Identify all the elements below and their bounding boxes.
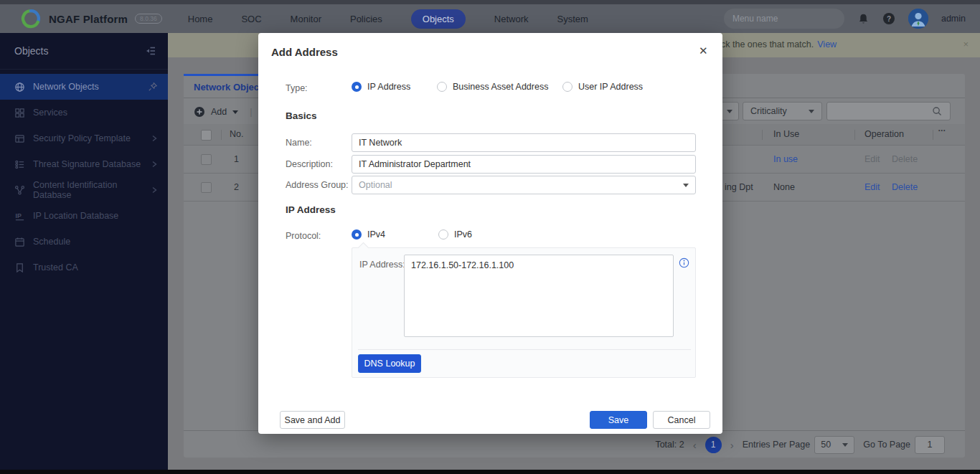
ip-icon: IP xyxy=(14,211,25,222)
sidebar-item-trusted-ca[interactable]: Trusted CA xyxy=(0,255,168,280)
name-input[interactable] xyxy=(352,133,696,152)
info-icon[interactable] xyxy=(679,257,689,268)
ip-address-textarea[interactable]: 172.16.1.50-172.16.1.100 xyxy=(404,255,674,337)
radio-user-ip-address[interactable]: User IP Address xyxy=(562,82,643,92)
top-nav: Home SOC Monitor Policies Objects Networ… xyxy=(188,9,588,29)
add-caret-icon[interactable] xyxy=(232,110,238,114)
add-address-modal: Add Address ✕ Type: IP Address Business … xyxy=(258,33,722,434)
sidebar-item-network-objects[interactable]: Network Objects xyxy=(0,74,168,100)
next-page-icon[interactable]: › xyxy=(730,439,734,451)
close-icon[interactable]: ✕ xyxy=(699,44,708,57)
delete-link[interactable]: Delete xyxy=(892,154,918,164)
sidebar-item-threat-signature-database[interactable]: Threat Signature Database xyxy=(0,151,168,177)
prev-page-icon[interactable]: ‹ xyxy=(693,439,697,451)
sidebar-item-services[interactable]: Services xyxy=(0,100,168,125)
menu-search-input[interactable] xyxy=(731,13,845,24)
radio-icon[interactable] xyxy=(437,82,447,92)
notice-view-link[interactable]: View xyxy=(817,39,837,49)
description-input[interactable] xyxy=(352,155,696,174)
username[interactable]: admin xyxy=(941,14,966,24)
certificate-icon xyxy=(14,262,25,273)
menu-search[interactable] xyxy=(724,9,844,29)
sidebar-item-security-policy-template[interactable]: Security Policy Template xyxy=(0,125,168,151)
cell-no: 1 xyxy=(234,154,239,164)
select-all-checkbox[interactable] xyxy=(201,130,212,141)
notice-close-icon[interactable]: × xyxy=(963,39,969,49)
save-and-add-button[interactable]: Save and Add xyxy=(280,411,345,429)
brand: NGAF Platform 8.0.36 xyxy=(20,8,162,29)
sidebar-item-label: Schedule xyxy=(33,237,70,247)
address-group-select[interactable]: Optional xyxy=(352,176,696,194)
help-icon[interactable]: ? xyxy=(882,12,895,25)
go-to-page-input[interactable]: 1 xyxy=(915,436,945,454)
signature-list-icon xyxy=(14,159,25,170)
edit-link[interactable]: Edit xyxy=(864,154,880,164)
table-search-box[interactable] xyxy=(826,102,951,120)
nav-home[interactable]: Home xyxy=(188,14,213,24)
sidebar-item-label: IP Location Database xyxy=(33,211,118,221)
address-group-label: Address Group: xyxy=(286,180,349,190)
sidebar-item-ip-location-database[interactable]: IP IP Location Database xyxy=(0,203,168,229)
radio-ipv4[interactable]: IPv4 xyxy=(352,229,385,240)
dns-lookup-button[interactable]: DNS Lookup xyxy=(358,354,421,373)
ip-address-header: IP Address xyxy=(286,204,336,215)
edit-link[interactable]: Edit xyxy=(864,182,880,192)
ip-address-field-label: IP Address: xyxy=(359,260,405,270)
search-icon[interactable] xyxy=(932,106,943,117)
entries-per-page-label: Entries Per Page xyxy=(743,440,811,450)
sidebar-header: Objects xyxy=(0,33,168,70)
cancel-button[interactable]: Cancel xyxy=(653,411,710,429)
entries-per-page-select[interactable]: 50 xyxy=(814,436,854,454)
save-button[interactable]: Save xyxy=(590,411,647,429)
nav-system[interactable]: System xyxy=(557,14,588,24)
column-settings-icon[interactable]: ••• xyxy=(938,128,946,133)
cell-no: 2 xyxy=(234,182,239,192)
ngaf-logo-icon xyxy=(20,8,42,29)
delete-link[interactable]: Delete xyxy=(892,182,918,192)
chevron-right-icon xyxy=(151,135,158,142)
current-page[interactable]: 1 xyxy=(705,437,722,453)
radio-business-asset-address[interactable]: Business Asset Address xyxy=(437,82,548,92)
nav-policies[interactable]: Policies xyxy=(350,14,382,24)
chevron-down-icon xyxy=(683,184,689,187)
add-icon[interactable] xyxy=(194,106,205,118)
chevron-down-icon xyxy=(842,443,848,447)
cell-in-use-link[interactable]: In use xyxy=(773,154,798,164)
radio-icon[interactable] xyxy=(438,229,448,240)
topbar-right: ? admin xyxy=(724,9,966,29)
avatar[interactable] xyxy=(908,9,928,29)
nav-objects[interactable]: Objects xyxy=(411,9,466,29)
screen: NGAF Platform 8.0.36 Home SOC Monitor Po… xyxy=(0,0,980,474)
radio-selected-icon[interactable] xyxy=(352,229,362,240)
nav-network[interactable]: Network xyxy=(494,14,529,24)
row-checkbox[interactable] xyxy=(201,154,212,165)
radio-selected-icon[interactable] xyxy=(352,82,362,92)
protocol-label: Protocol: xyxy=(286,231,321,241)
chevron-right-icon xyxy=(151,161,158,168)
radio-ip-address[interactable]: IP Address xyxy=(352,82,410,92)
sidebar-item-content-identification-database[interactable]: Content Identification Database xyxy=(0,177,168,203)
table-toolbar: Add | xyxy=(194,103,253,121)
nodes-icon xyxy=(14,185,25,196)
sidebar-item-label: Services xyxy=(33,108,67,118)
panel-notch xyxy=(358,242,369,254)
bell-icon[interactable] xyxy=(857,12,870,25)
cell-name-fragment: ing Dpt xyxy=(725,182,753,192)
add-button[interactable]: Add xyxy=(211,107,227,117)
row-checkbox[interactable] xyxy=(201,182,212,193)
cell-in-use: None xyxy=(773,182,795,192)
radio-ipv6[interactable]: IPv6 xyxy=(438,229,472,240)
sidebar-collapse-icon[interactable] xyxy=(145,46,156,56)
radio-icon[interactable] xyxy=(562,82,573,92)
nav-monitor[interactable]: Monitor xyxy=(291,14,321,24)
basics-header: Basics xyxy=(286,110,317,121)
nav-soc[interactable]: SOC xyxy=(241,14,261,24)
criticality-select[interactable]: Criticality xyxy=(743,102,822,120)
toolbar-separator: | xyxy=(250,107,252,117)
sidebar-item-label: Threat Signature Database xyxy=(33,159,141,169)
top-bar: NGAF Platform 8.0.36 Home SOC Monitor Po… xyxy=(0,0,980,33)
pin-icon[interactable] xyxy=(148,82,158,92)
sidebar-item-schedule[interactable]: Schedule xyxy=(0,229,168,255)
template-icon xyxy=(14,133,25,144)
col-in-use: In Use xyxy=(773,129,799,139)
